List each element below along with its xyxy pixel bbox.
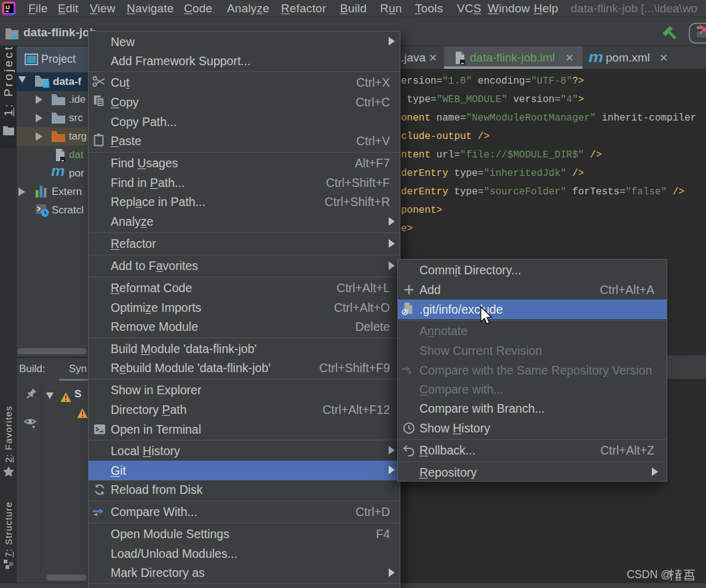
svg-text:IJ: IJ — [6, 4, 10, 10]
